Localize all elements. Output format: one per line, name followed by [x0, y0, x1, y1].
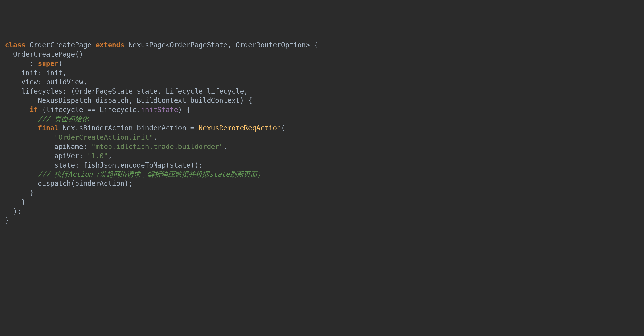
indent-whitespace [124, 41, 128, 49]
code-token-identifier: ); [13, 207, 22, 215]
code-token-identifier: (lifecycle == Lifecycle. [42, 106, 141, 114]
indent-whitespace [5, 152, 54, 160]
code-token-keyword: class [5, 41, 26, 49]
code-token-keyword: final [38, 124, 58, 132]
code-line-12[interactable]: apiName: "mtop.idlefish.trade.buildorder… [5, 142, 639, 151]
code-token-identifier: init: init, [21, 69, 66, 77]
code-token-identifier: } [5, 216, 9, 224]
code-line-11[interactable]: "OrderCreateAction.init", [5, 133, 639, 142]
indent-whitespace [92, 41, 96, 49]
code-token-string: "mtop.idlefish.trade.buildorder" [92, 143, 223, 151]
indent-whitespace [5, 207, 13, 215]
code-line-1[interactable]: class OrderCreatePage extends NexusPage<… [5, 40, 639, 50]
code-token-identifier: state: fishJson.encodeToMap(state)); [54, 161, 203, 169]
code-line-18[interactable]: } [5, 197, 639, 207]
code-token-string: "OrderCreateAction.init" [54, 133, 153, 141]
code-token-identifier: , [108, 152, 112, 160]
indent-whitespace [5, 60, 30, 68]
code-token-identifier: NexusBinderAction binderAction = [62, 124, 198, 132]
indent-whitespace [5, 170, 38, 178]
indent-whitespace [5, 189, 30, 197]
indent-whitespace [5, 69, 21, 77]
code-token-identifier: NexusDispatch dispatch, BuildContext bui… [38, 96, 252, 105]
code-line-16[interactable]: dispatch(binderAction); [5, 179, 639, 188]
indent-whitespace [26, 41, 30, 49]
code-token-identifier: view: buildView, [21, 78, 87, 86]
code-token-comment: /// 页面初始化 [38, 115, 88, 123]
indent-whitespace [5, 50, 13, 58]
code-token-identifier: , [223, 143, 228, 151]
code-line-4[interactable]: init: init, [5, 68, 639, 78]
code-line-7[interactable]: NexusDispatch dispatch, BuildContext bui… [5, 96, 639, 105]
code-token-identifier: NexusPage<OrderPageState, OrderRouterOpt… [128, 41, 318, 49]
indent-whitespace [5, 143, 54, 151]
code-line-17[interactable]: } [5, 188, 639, 197]
code-token-identifier: dispatch(binderAction); [38, 179, 133, 187]
code-token-identifier: } [21, 198, 26, 206]
code-line-2[interactable]: OrderCreatePage() [5, 50, 639, 59]
code-line-6[interactable]: lifecycles: (OrderPageState state, Lifec… [5, 87, 639, 96]
indent-whitespace [5, 198, 21, 206]
code-token-property: initState [141, 106, 178, 114]
indent-whitespace [5, 179, 38, 187]
indent-whitespace [5, 133, 54, 141]
code-line-15[interactable]: /// 执行Action（发起网络请求，解析响应数据并根据state刷新页面） [5, 170, 639, 179]
code-token-identifier: : [30, 60, 38, 68]
code-line-19[interactable]: ); [5, 207, 639, 216]
code-line-13[interactable]: apiVer: "1.0", [5, 151, 639, 161]
indent-whitespace [5, 115, 38, 123]
code-line-5[interactable]: view: buildView, [5, 77, 639, 87]
code-line-14[interactable]: state: fishJson.encodeToMap(state)); [5, 161, 639, 170]
indent-whitespace [5, 96, 38, 105]
code-token-keyword: if [30, 106, 38, 114]
code-token-identifier: apiName: [54, 143, 92, 151]
code-token-keyword: super [38, 60, 58, 68]
code-line-3[interactable]: : super( [5, 59, 639, 68]
indent-whitespace [5, 124, 38, 132]
code-editor[interactable]: class OrderCreatePage extends NexusPage<… [5, 40, 639, 225]
code-line-20[interactable]: } [5, 216, 639, 225]
code-token-identifier: OrderCreatePage() [13, 50, 83, 58]
indent-whitespace [58, 124, 62, 132]
indent-whitespace [5, 87, 21, 95]
code-line-10[interactable]: final NexusBinderAction binderAction = N… [5, 124, 639, 133]
code-token-identifier: lifecycles: (OrderPageState state, Lifec… [21, 87, 248, 95]
indent-whitespace [5, 106, 30, 114]
code-token-identifier: ( [281, 124, 285, 132]
code-token-string: "1.0" [87, 152, 108, 160]
code-token-method-call: NexusRemoteReqAction [198, 124, 281, 132]
code-line-8[interactable]: if (lifecycle == Lifecycle.initState) { [5, 105, 639, 115]
indent-whitespace [5, 161, 54, 169]
code-token-identifier: } [30, 189, 34, 197]
code-token-identifier: OrderCreatePage [30, 41, 92, 49]
code-token-identifier: ( [58, 60, 62, 68]
indent-whitespace [5, 78, 21, 86]
code-token-keyword: extends [96, 41, 124, 49]
code-token-identifier: apiVer: [54, 152, 87, 160]
code-token-identifier: ) { [178, 106, 190, 114]
code-token-comment: /// 执行Action（发起网络请求，解析响应数据并根据state刷新页面） [38, 170, 264, 178]
indent-whitespace [38, 106, 42, 114]
code-line-9[interactable]: /// 页面初始化 [5, 115, 639, 124]
code-token-identifier: , [153, 133, 158, 141]
